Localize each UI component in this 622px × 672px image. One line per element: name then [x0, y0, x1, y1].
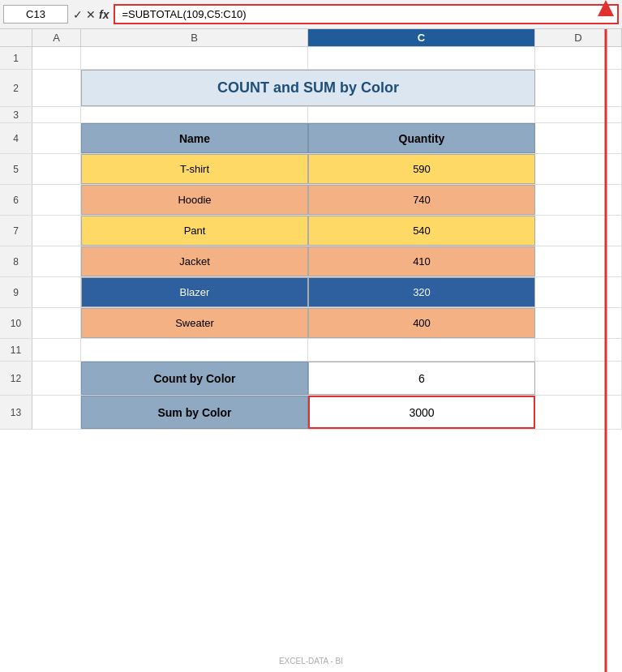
cell-b10-sweater[interactable]: Sweater [81, 308, 308, 338]
row-13: 13 Sum by Color 3000 [0, 396, 622, 430]
row-2: 2 COUNT and SUM by Color [0, 70, 622, 107]
cell-name-box[interactable]: C13 [3, 5, 68, 24]
cell-c7-540[interactable]: 540 [308, 216, 535, 246]
formula-bar: C13 ✓ ✕ fx =SUBTOTAL(109,C5:C10) [0, 0, 622, 29]
cell-c8-410[interactable]: 410 [308, 246, 535, 276]
cell-b9-blazer[interactable]: Blazer [81, 277, 308, 307]
formula-icons: ✓ ✕ fx [68, 8, 114, 21]
cell-d5[interactable] [535, 154, 622, 184]
row-header-2: 2 [0, 70, 32, 106]
cell-a9[interactable] [32, 277, 81, 307]
cell-a2[interactable] [32, 70, 81, 106]
row-1: 1 [0, 47, 622, 70]
cell-a1[interactable] [32, 47, 81, 69]
cell-a11[interactable] [32, 339, 81, 361]
row-header-1: 1 [0, 47, 32, 69]
row-header-9: 9 [0, 277, 32, 307]
row-6: 6 Hoodie 740 [0, 185, 622, 216]
row-header-12: 12 [0, 362, 32, 395]
cell-a10[interactable] [32, 308, 81, 338]
cell-a12[interactable] [32, 362, 81, 395]
cell-c4-quantity-header[interactable]: Quantity [308, 123, 535, 153]
row-header-4: 4 [0, 123, 32, 153]
cell-b1[interactable] [81, 47, 308, 69]
cell-c1[interactable] [308, 47, 535, 69]
row-header-8: 8 [0, 246, 32, 276]
cell-a13[interactable] [32, 396, 81, 429]
cell-d7[interactable] [535, 216, 622, 246]
cell-d10[interactable] [535, 308, 622, 338]
cross-icon: ✕ [86, 8, 96, 21]
cell-d4[interactable] [535, 123, 622, 153]
row-header-3: 3 [0, 107, 32, 122]
row-10: 10 Sweater 400 [0, 308, 622, 339]
formula-input[interactable]: =SUBTOTAL(109,C5:C10) [114, 4, 619, 24]
cell-b8-jacket[interactable]: Jacket [81, 246, 308, 276]
cell-b11[interactable] [81, 339, 308, 361]
cell-b13-sum-label[interactable]: Sum by Color [81, 396, 308, 429]
cell-a6[interactable] [32, 185, 81, 215]
row-11: 11 [0, 339, 622, 362]
row-header-10: 10 [0, 308, 32, 338]
cell-d13[interactable] [535, 396, 622, 429]
cell-c11[interactable] [308, 339, 535, 361]
col-header-b: B [81, 29, 308, 46]
checkmark-icon: ✓ [73, 8, 83, 21]
cell-d8[interactable] [535, 246, 622, 276]
spreadsheet: A B C D 1 2 COUNT and SUM by Color [0, 29, 622, 672]
cell-b6-hoodie[interactable]: Hoodie [81, 185, 308, 215]
cell-c12-count-value[interactable]: 6 [308, 362, 535, 395]
cell-a4[interactable] [32, 123, 81, 153]
row-12: 12 Count by Color 6 [0, 362, 622, 396]
cell-b12-count-label[interactable]: Count by Color [81, 362, 308, 395]
cell-a8[interactable] [32, 246, 81, 276]
cell-c10-400[interactable]: 400 [308, 308, 535, 338]
cell-d3[interactable] [535, 107, 622, 125]
column-headers: A B C D [0, 29, 622, 47]
cell-c13-sum-value[interactable]: 3000 [308, 396, 535, 429]
header-spacer [0, 29, 32, 46]
cell-a3[interactable] [32, 107, 81, 125]
cell-c6-740[interactable]: 740 [308, 185, 535, 215]
cell-c5-590[interactable]: 590 [308, 154, 535, 184]
cell-b5-tshirt[interactable]: T-shirt [81, 154, 308, 184]
col-header-d: D [535, 29, 622, 46]
cell-d6[interactable] [535, 185, 622, 215]
cell-d2[interactable] [535, 70, 622, 106]
row-8: 8 Jacket 410 [0, 246, 622, 277]
cell-b4-name-header[interactable]: Name [81, 123, 308, 153]
cell-b3[interactable] [81, 107, 308, 125]
cell-d12[interactable] [535, 362, 622, 395]
cell-a5[interactable] [32, 154, 81, 184]
row-header-13: 13 [0, 396, 32, 429]
cell-d1[interactable] [535, 47, 622, 69]
row-3: 3 [0, 107, 622, 123]
cell-d9[interactable] [535, 277, 622, 307]
row-9: 9 Blazer 320 [0, 277, 622, 308]
row-header-5: 5 [0, 154, 32, 184]
col-header-c: C [308, 29, 535, 46]
row-4: 4 Name Quantity [0, 123, 622, 154]
row-5: 5 T-shirt 590 [0, 154, 622, 185]
cell-c3[interactable] [308, 107, 535, 125]
cell-c9-320[interactable]: 320 [308, 277, 535, 307]
col-header-a: A [32, 29, 81, 46]
row-header-11: 11 [0, 339, 32, 361]
title-cell: COUNT and SUM by Color [81, 70, 535, 106]
row-header-6: 6 [0, 185, 32, 215]
cell-b7-pant[interactable]: Pant [81, 216, 308, 246]
row-7: 7 Pant 540 [0, 216, 622, 246]
fx-icon: fx [99, 8, 109, 21]
cell-d11[interactable] [535, 339, 622, 361]
rows-container: 1 2 COUNT and SUM by Color 3 [0, 47, 622, 672]
cell-a7[interactable] [32, 216, 81, 246]
row-header-7: 7 [0, 216, 32, 246]
